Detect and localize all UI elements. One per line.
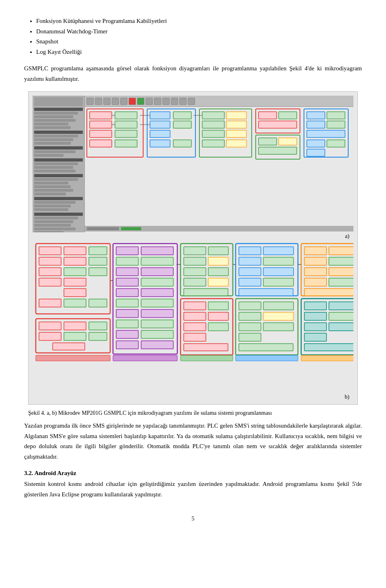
bullet-item-2: Donanımsal Watchdog-Timer bbox=[36, 27, 362, 37]
svg-rect-106 bbox=[184, 268, 206, 276]
svg-rect-117 bbox=[184, 333, 206, 341]
svg-rect-42 bbox=[307, 149, 325, 156]
figure-container: a) bbox=[24, 91, 362, 418]
svg-rect-50 bbox=[121, 227, 141, 230]
svg-rect-33 bbox=[279, 138, 297, 145]
svg-rect-95 bbox=[141, 309, 173, 318]
svg-rect-118 bbox=[184, 344, 228, 351]
svg-rect-137 bbox=[329, 247, 353, 255]
svg-rect-11 bbox=[115, 130, 137, 137]
svg-rect-14 bbox=[150, 112, 170, 119]
svg-rect-92 bbox=[116, 299, 138, 307]
svg-rect-84 bbox=[116, 257, 138, 265]
svg-rect-79 bbox=[64, 332, 86, 340]
svg-rect-6 bbox=[90, 112, 112, 119]
svg-rect-27 bbox=[202, 140, 224, 147]
svg-rect-123 bbox=[239, 268, 261, 276]
svg-rect-83 bbox=[141, 247, 173, 255]
svg-rect-128 bbox=[239, 302, 261, 310]
figure-label-b: b) bbox=[33, 394, 353, 400]
svg-rect-49 bbox=[87, 227, 119, 230]
svg-rect-7 bbox=[90, 121, 112, 128]
svg-rect-121 bbox=[239, 257, 261, 265]
svg-rect-129 bbox=[263, 302, 294, 310]
svg-rect-28 bbox=[226, 140, 246, 147]
svg-rect-9 bbox=[115, 112, 137, 119]
svg-rect-36 bbox=[327, 112, 345, 119]
page-number: 5 bbox=[24, 516, 362, 522]
svg-rect-88 bbox=[116, 278, 138, 286]
svg-rect-70 bbox=[64, 278, 86, 286]
svg-rect-81 bbox=[53, 343, 85, 350]
svg-rect-91 bbox=[141, 289, 173, 297]
svg-rect-60 bbox=[39, 247, 61, 255]
svg-rect-96 bbox=[116, 320, 138, 328]
svg-rect-93 bbox=[141, 299, 173, 307]
svg-rect-110 bbox=[184, 289, 228, 296]
svg-rect-38 bbox=[327, 121, 345, 128]
svg-rect-30 bbox=[279, 112, 297, 119]
svg-rect-157 bbox=[301, 355, 353, 361]
svg-rect-68 bbox=[89, 268, 107, 276]
svg-rect-35 bbox=[307, 112, 325, 119]
svg-rect-77 bbox=[89, 322, 107, 330]
svg-rect-66 bbox=[39, 268, 61, 276]
svg-rect-86 bbox=[116, 268, 138, 276]
svg-rect-109 bbox=[208, 278, 228, 286]
svg-rect-29 bbox=[259, 112, 277, 119]
svg-rect-115 bbox=[184, 323, 206, 331]
bullet-list: Fonksiyon Kütüphanesi ve Programlama Kab… bbox=[36, 16, 362, 57]
svg-rect-17 bbox=[173, 112, 191, 119]
svg-rect-20 bbox=[173, 140, 191, 147]
svg-rect-149 bbox=[304, 323, 326, 331]
sim-canvas-b bbox=[33, 240, 353, 393]
svg-rect-102 bbox=[184, 247, 206, 255]
svg-rect-21 bbox=[202, 112, 224, 119]
svg-rect-15 bbox=[150, 121, 170, 128]
sim-toolbar bbox=[85, 96, 353, 107]
svg-rect-73 bbox=[64, 299, 86, 307]
svg-rect-147 bbox=[304, 312, 326, 320]
svg-rect-99 bbox=[141, 330, 173, 338]
svg-rect-126 bbox=[263, 278, 294, 286]
svg-rect-116 bbox=[208, 323, 228, 331]
intro-paragraph: GSMPLC programlama aşamasında görsel ola… bbox=[24, 64, 362, 84]
svg-rect-12 bbox=[90, 140, 112, 147]
bullet-item-3: Snapshot bbox=[36, 37, 362, 47]
svg-rect-104 bbox=[184, 257, 206, 265]
figure-part-a bbox=[33, 96, 353, 232]
sim-diagram-a bbox=[33, 96, 353, 232]
svg-rect-124 bbox=[263, 268, 294, 276]
svg-rect-72 bbox=[39, 299, 61, 307]
svg-rect-40 bbox=[307, 140, 325, 147]
svg-rect-139 bbox=[329, 257, 353, 265]
svg-rect-146 bbox=[329, 302, 353, 310]
body-paragraph-1: Yazılan programda ilk önce SMS girişleri… bbox=[24, 421, 362, 462]
svg-rect-31 bbox=[259, 121, 297, 128]
svg-rect-16 bbox=[150, 130, 170, 137]
svg-rect-85 bbox=[141, 257, 173, 265]
svg-rect-141 bbox=[329, 268, 353, 276]
svg-rect-155 bbox=[181, 355, 233, 361]
svg-rect-103 bbox=[208, 247, 228, 255]
svg-rect-39 bbox=[307, 130, 345, 137]
svg-rect-8 bbox=[90, 130, 112, 137]
svg-rect-37 bbox=[307, 121, 325, 128]
svg-rect-156 bbox=[236, 355, 298, 361]
svg-rect-140 bbox=[304, 268, 326, 276]
svg-rect-131 bbox=[263, 312, 294, 320]
svg-rect-74 bbox=[89, 299, 107, 307]
svg-rect-98 bbox=[116, 330, 138, 338]
svg-rect-119 bbox=[239, 247, 261, 255]
svg-rect-105 bbox=[208, 257, 228, 265]
svg-rect-64 bbox=[64, 257, 86, 265]
svg-rect-82 bbox=[116, 247, 138, 255]
section-heading: 3.2. Android Arayüz bbox=[24, 470, 362, 477]
svg-rect-97 bbox=[141, 320, 173, 328]
svg-rect-152 bbox=[304, 344, 353, 351]
svg-rect-132 bbox=[239, 323, 261, 331]
figure-label-a: a) bbox=[33, 233, 353, 240]
section-text-1: Sistemin kontrol kısmı android cihazlar … bbox=[24, 479, 362, 500]
svg-rect-65 bbox=[89, 257, 107, 265]
figure-part-b bbox=[33, 240, 353, 393]
